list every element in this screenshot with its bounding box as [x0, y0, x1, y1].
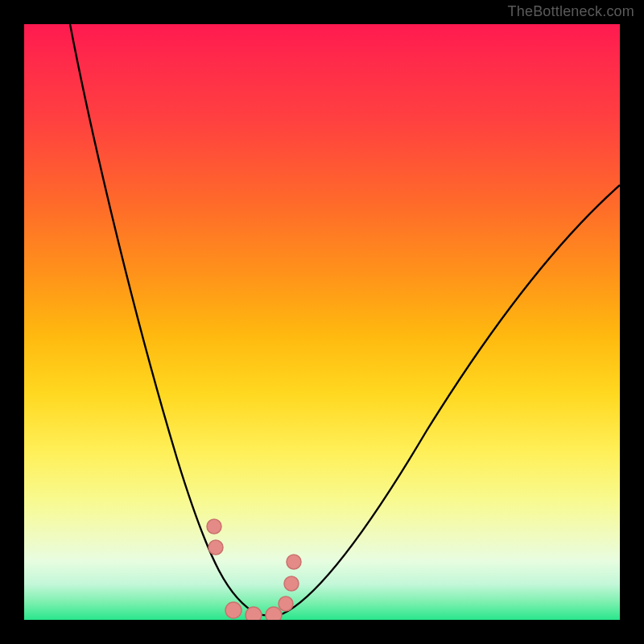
left-curve	[70, 24, 258, 614]
marker-dot	[284, 576, 299, 591]
chart-svg	[24, 24, 620, 620]
marker-dot	[279, 597, 293, 611]
right-curve	[282, 185, 620, 614]
marker-dot	[246, 607, 262, 620]
watermark-text: TheBottleneck.com	[508, 3, 634, 20]
chart-plot-area	[24, 24, 620, 620]
chart-frame: TheBottleneck.com	[0, 0, 644, 644]
marker-dot	[225, 602, 242, 618]
marker-group	[207, 519, 301, 620]
marker-dot	[266, 607, 282, 620]
marker-dot	[208, 540, 223, 555]
marker-dot	[207, 519, 221, 534]
marker-dot	[287, 555, 301, 569]
